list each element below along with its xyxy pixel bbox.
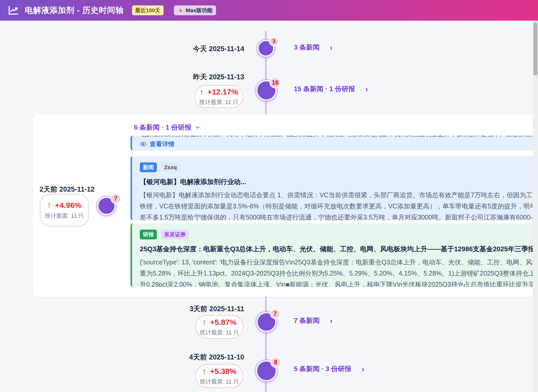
change-pill: ↑ +4.96% 统计股票: 11 只 xyxy=(40,194,89,226)
news-type-badge: 新闻 xyxy=(140,162,157,172)
chevron-down-icon xyxy=(195,125,201,130)
up-arrow-icon: ↑ xyxy=(202,367,206,376)
news-count-link[interactable]: 3 条新闻 › xyxy=(294,43,333,52)
news-count-link[interactable]: 5 条新闻 · 3 份研报 › xyxy=(294,364,364,373)
entry-divider xyxy=(33,64,533,64)
view-details-link[interactable]: 查看详情 xyxy=(140,140,174,148)
change-pill: ↑ +5.38% 统计股票: 11 只 xyxy=(195,364,243,388)
news-count-link[interactable]: 15 条新闻 · 1 份研报 › xyxy=(294,84,368,93)
news-card-clipped[interactable]: 电解液添加剂供需偏紧，头部厂商订单饱满，行业景气度持续提升，相关公司业绩表现亮眼… xyxy=(130,136,538,151)
up-arrow-icon: ↑ xyxy=(202,318,206,327)
report-type-badge: 研报 xyxy=(140,230,157,239)
entry-date-label: 3天前 2025-11-11 xyxy=(189,304,244,313)
count-badge: 7 xyxy=(111,193,121,204)
flame-icon xyxy=(178,7,184,13)
count-badge: 7 xyxy=(270,309,280,319)
max-feature-label: Max版功能 xyxy=(186,7,213,14)
count-badge: 3 xyxy=(269,36,279,46)
entry-date-label: 今天 2025-11-14 xyxy=(193,44,244,53)
count-badge: 8 xyxy=(270,357,281,368)
change-pill: ↑ +5.87% 统计股票: 11 只 xyxy=(195,315,243,339)
report-body-line: 重为5.28%，环比上升1.13pct。2024Q3-2025Q3持仓比例分别为… xyxy=(140,268,538,279)
news-body-line: 铁锂，VC在铁锂里面的添加量是3.5%-6%（特别是储能，对循环充放电次数要求更… xyxy=(140,201,538,212)
news-body-line: 差不多1.5万吨是给宁德保供的，只有5000吨在市场进行流通，宁德也还要外采3.… xyxy=(140,212,538,220)
eye-icon xyxy=(140,141,147,147)
news-card[interactable]: 新闻 Zsxq 【银河电新】电解液添加剂行业动... 【银河电新】电解液添加剂行… xyxy=(130,156,538,220)
panel-summary-link[interactable]: 6 条新闻 · 1 份研报 xyxy=(134,123,201,132)
change-percent: +5.87% xyxy=(210,318,237,327)
news-title: 【银河电新】电解液添加剂行业动... xyxy=(140,177,538,186)
entry-date-label: 昨天 2025-11-13 xyxy=(193,72,244,82)
expanded-day-panel: 6 条新闻 · 1 份研报 2天前 2025-11-12 ↑ +4.96% 统计… xyxy=(33,114,538,297)
entry-date-label: 2天前 2025-11-12 xyxy=(40,185,95,194)
news-count-link[interactable]: 7 条新闻 › xyxy=(294,316,333,325)
scrollbar-thumb[interactable] xyxy=(533,22,537,75)
vertical-scrollbar[interactable] xyxy=(533,21,538,392)
clipped-text-line: 电解液添加剂供需偏紧，头部厂商订单饱满，行业景气度持续提升，相关公司业绩表现亮眼… xyxy=(140,136,538,138)
max-feature-badge: Max版功能 xyxy=(174,5,216,15)
count-badge: 16 xyxy=(270,77,281,88)
chart-line-icon xyxy=(8,5,19,16)
stock-stats: 统计股票: 11 只 xyxy=(199,98,238,106)
change-percent: +5.38% xyxy=(210,367,237,376)
chevron-right-icon: › xyxy=(362,365,364,373)
entry-divider xyxy=(33,345,533,346)
up-arrow-icon: ↑ xyxy=(199,87,204,97)
news-body-line: 【银河电新】电解液添加剂行业动态电话会要点 1、供需情况：VC当前供需很紧，头部… xyxy=(140,190,538,201)
report-title: 25Q3基金持仓深度：电新重仓Q3总体上升，电动车、光伏、储能、工控、电网、风电… xyxy=(140,245,538,254)
report-body-line: 升0.29pct至2.00%，钠电池、复合集流体上涨。\r\n■新能源：光伏、风… xyxy=(140,279,538,287)
chevron-right-icon: › xyxy=(365,85,368,93)
entry-date-label: 4天前 2025-11-10 xyxy=(189,352,244,362)
news-source-badge: Zsxq xyxy=(161,163,180,172)
stock-stats: 统计股票: 11 只 xyxy=(200,329,239,336)
stock-stats: 统计股票: 11 只 xyxy=(45,211,84,220)
app-header: 电解液添加剂 - 历史时间轴 最近100天 Max版功能 xyxy=(0,0,538,21)
report-card[interactable]: 研报 东吴证券 25Q3基金持仓深度：电新重仓Q3总体上升，电动车、光伏、储能、… xyxy=(130,223,538,287)
chevron-right-icon: › xyxy=(330,43,333,52)
change-percent: +4.96% xyxy=(55,201,82,210)
change-pill: ↑ +12.17% 统计股票: 11 只 xyxy=(194,85,243,108)
chevron-right-icon: › xyxy=(330,316,333,325)
stock-stats: 统计股票: 11 只 xyxy=(200,378,239,386)
change-percent: +12.17% xyxy=(207,88,238,96)
report-body-line: {'sourceType': 13, 'content': '电力设备行业深度报… xyxy=(140,257,538,268)
up-arrow-icon: ↑ xyxy=(47,200,51,210)
page-title: 电解液添加剂 - 历史时间轴 xyxy=(25,5,124,16)
date-range-badge: 最近100天 xyxy=(132,5,164,15)
report-source-badge: 东吴证券 xyxy=(161,230,189,239)
